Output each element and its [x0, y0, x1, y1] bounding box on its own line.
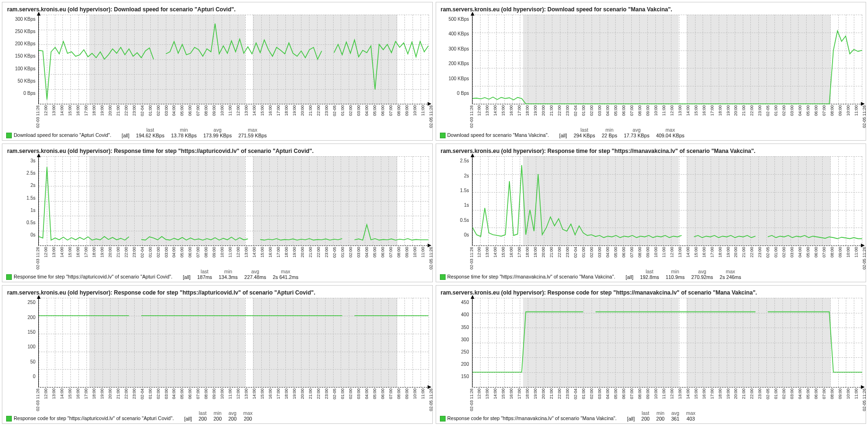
legend-series-name: Response time for step "https://manavakc…	[440, 274, 616, 280]
legend-all: [all]	[626, 274, 633, 280]
legend-stat-avg: avg200	[228, 410, 237, 422]
y-axis-labels: 450400350300250200150	[440, 298, 472, 388]
legend-stat-avg: avg361	[671, 410, 679, 422]
plot	[472, 15, 862, 104]
legend-series-name: Response time for step "https://apturico…	[6, 274, 172, 280]
legend-stat-max: max271.59 KBps	[238, 127, 266, 138]
plot-area: 250200150100500	[6, 298, 429, 388]
legend-swatch	[440, 274, 446, 280]
legend-stat-avg: avg227.48ms	[244, 269, 266, 280]
legend-stat-max: max200	[243, 410, 253, 422]
y-axis-labels: 250200150100500	[6, 298, 38, 388]
plot-area: 450400350300250200150	[440, 298, 862, 388]
legend-stat-min: min200	[656, 410, 665, 422]
legend-series-name: Download speed for scenario "Mana Vakcin…	[440, 132, 549, 138]
legend-stat-min: min22 Bps	[602, 127, 617, 138]
legend-stat-min: min134.3ms	[219, 269, 238, 280]
y-axis-labels: 2.5s2s1.5s1s0.5s0s	[440, 156, 472, 246]
legend-all: [all]	[183, 274, 190, 280]
legend-stat-last: last187ms	[197, 269, 212, 280]
legend-stat-max: max2s 246ms	[720, 269, 741, 280]
plot-area: 500 KBps400 KBps300 KBps200 KBps100 KBps…	[440, 15, 862, 104]
y-axis-labels: 300 KBps250 KBps200 KBps150 KBps100 KBps…	[6, 15, 38, 104]
legend-stat-last: last192.8ms	[640, 269, 659, 280]
legend-stat-last: last194.62 KBps	[136, 127, 164, 138]
legend-stat-last: last294 KBps	[574, 127, 595, 138]
plot-area: 2.5s2s1.5s1s0.5s0s	[440, 156, 862, 246]
plot-area: 300 KBps250 KBps200 KBps150 KBps100 KBps…	[6, 15, 429, 104]
legend-stat-last: last200	[198, 410, 207, 422]
plot	[472, 156, 862, 246]
chart-panel: ram.servers.kronis.eu (old hypervisor): …	[2, 2, 433, 141]
chart-panel: ram.servers.kronis.eu (old hypervisor): …	[436, 285, 867, 424]
legend-stat-max: max409.04 KBps	[656, 127, 684, 138]
legend-all: [all]	[121, 133, 129, 138]
legend-all: [all]	[627, 416, 635, 422]
legend-series-name: Response code for step "https://manavakc…	[440, 415, 617, 422]
plot	[38, 15, 429, 104]
x-axis-labels: 02-03 11:2612:0013:0014:0015:0016:0017:0…	[469, 246, 862, 268]
legend-series-name: Download speed for scenario "Apturi Covi…	[6, 132, 111, 138]
legend-stat-avg: avg270.92ms	[691, 269, 713, 280]
legend-swatch	[440, 416, 446, 422]
chart-legend: Response time for step "https://manavakc…	[440, 269, 862, 280]
chart-panel: ram.servers.kronis.eu (old hypervisor): …	[2, 285, 433, 424]
plot	[472, 298, 862, 388]
legend-all: [all]	[559, 133, 567, 138]
chart-panel: ram.servers.kronis.eu (old hypervisor): …	[2, 143, 433, 282]
legend-stat-min: min200	[214, 410, 222, 422]
legend-swatch	[6, 416, 12, 422]
x-axis-labels: 02-03 11:2612:0013:0014:0015:0016:0017:0…	[469, 104, 862, 126]
chart-legend: Response code for step "https://manavakc…	[440, 410, 862, 422]
plot-area: 3s2.5s2s1.5s1s0.5s0s	[6, 156, 429, 246]
chart-legend: Download speed for scenario "Apturi Covi…	[6, 127, 429, 138]
legend-swatch	[6, 133, 12, 138]
chart-panel: ram.servers.kronis.eu (old hypervisor): …	[436, 143, 867, 282]
x-axis-labels: 02-03 11:2612:0013:0014:0015:0016:0017:0…	[35, 246, 429, 268]
x-axis-labels: 02-03 11:2612:0013:0014:0015:0016:0017:0…	[469, 388, 862, 409]
chart-panel: ram.servers.kronis.eu (old hypervisor): …	[436, 2, 867, 141]
x-axis-labels: 02-03 11:2612:0013:0014:0015:0016:0017:0…	[35, 388, 429, 409]
legend-stat-last: last200	[641, 410, 650, 422]
legend-swatch	[6, 274, 12, 280]
chart-title: ram.servers.kronis.eu (old hypervisor): …	[7, 148, 429, 154]
legend-series-name: Response code for step "https://apturico…	[6, 415, 174, 422]
chart-title: ram.servers.kronis.eu (old hypervisor): …	[441, 148, 862, 154]
chart-legend: Response code for step "https://apturico…	[6, 410, 429, 422]
chart-title: ram.servers.kronis.eu (old hypervisor): …	[7, 6, 429, 13]
legend-stat-avg: avg173.99 KBps	[203, 127, 232, 138]
x-axis-labels: 02-03 11:2612:0013:0014:0015:0016:0017:0…	[35, 104, 429, 126]
chart-legend: Download speed for scenario "Mana Vakcin…	[440, 127, 862, 138]
legend-stat-min: min13.78 KBps	[171, 127, 197, 138]
legend-all: [all]	[184, 416, 192, 422]
chart-title: ram.servers.kronis.eu (old hypervisor): …	[441, 6, 862, 13]
chart-legend: Response time for step "https://apturico…	[6, 269, 429, 280]
plot	[38, 298, 429, 388]
y-axis-labels: 500 KBps400 KBps300 KBps200 KBps100 KBps…	[440, 15, 472, 104]
legend-stat-min: min110.9ms	[666, 269, 685, 280]
legend-swatch	[440, 133, 446, 138]
legend-stat-avg: avg17.73 KBps	[624, 127, 649, 138]
plot	[38, 156, 429, 246]
legend-stat-max: max2s 641.2ms	[273, 269, 298, 280]
legend-stat-max: max403	[686, 410, 696, 422]
chart-title: ram.servers.kronis.eu (old hypervisor): …	[7, 289, 429, 296]
y-axis-labels: 3s2.5s2s1.5s1s0.5s0s	[6, 156, 38, 246]
chart-title: ram.servers.kronis.eu (old hypervisor): …	[441, 289, 862, 296]
